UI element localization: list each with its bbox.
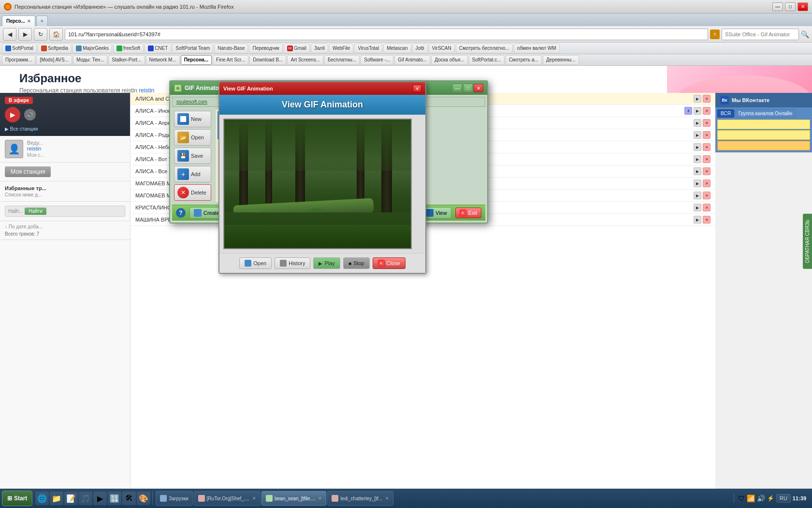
taskbar-bean[interactable]: bean_sean_[tfile.... ✕ bbox=[261, 491, 327, 506]
bookmark-free[interactable]: Бесплатны... bbox=[324, 55, 360, 65]
track-del-10[interactable]: ✕ bbox=[703, 204, 710, 211]
bookmark-naruto[interactable]: Naruto-Base bbox=[214, 44, 248, 53]
bookmark-network[interactable]: Network M... bbox=[146, 55, 180, 65]
bookmark-jotti[interactable]: Jotti bbox=[412, 44, 428, 53]
bookmark-softportal[interactable]: SoftPortal bbox=[2, 44, 37, 53]
vgif-close-btn[interactable]: ✕ Close bbox=[373, 257, 406, 269]
track-del-5[interactable]: ✕ bbox=[703, 143, 710, 151]
bookmark-download[interactable]: Download B... bbox=[249, 55, 286, 65]
track-play-9[interactable]: ▶ bbox=[694, 192, 701, 199]
bookmark-stalker[interactable]: Stalker-Port... bbox=[108, 55, 145, 65]
gif-maximize-btn[interactable]: □ bbox=[463, 84, 473, 92]
bean-close[interactable]: ✕ bbox=[318, 496, 322, 501]
tab-close-button[interactable]: ✕ bbox=[27, 19, 31, 24]
bookmark-software[interactable]: Software -... bbox=[361, 55, 393, 65]
ssuite-link[interactable]: ssuitesoft.com bbox=[176, 99, 207, 105]
bookmark-mody-ten[interactable]: Моды: Тен... bbox=[73, 55, 107, 65]
track-del-8[interactable]: ✕ bbox=[703, 179, 710, 187]
vgif-history-btn[interactable]: History bbox=[275, 257, 310, 269]
track-play-11[interactable]: ▶ bbox=[694, 216, 701, 224]
gif-minimize-btn[interactable]: — bbox=[452, 84, 462, 92]
vk-tab-all[interactable]: ВСЯ bbox=[717, 109, 734, 118]
bookmark-watch-free[interactable]: Смотреть бесплатно... bbox=[456, 44, 513, 53]
vgif-stop-btn[interactable]: ■ Stop bbox=[343, 257, 370, 269]
url-bar[interactable] bbox=[65, 29, 708, 40]
track-play-3[interactable]: ▶ bbox=[694, 119, 701, 127]
track-del-1[interactable]: ✕ bbox=[703, 95, 710, 103]
systray-sound-icon[interactable]: 🔊 bbox=[757, 494, 765, 502]
view-gif-close-btn[interactable]: ✕ bbox=[413, 85, 421, 92]
track-del-9[interactable]: ✕ bbox=[703, 192, 710, 199]
track-play-2[interactable]: ▶ bbox=[694, 107, 701, 115]
vgif-play-btn[interactable]: ▶ Play bbox=[313, 257, 340, 269]
track-del-6[interactable]: ✕ bbox=[703, 155, 710, 163]
bookmark-board[interactable]: Доска объя... bbox=[431, 55, 467, 65]
start-button[interactable]: ⊞ Start bbox=[2, 491, 32, 506]
host-link[interactable]: reistin bbox=[27, 146, 44, 151]
track-play-10[interactable]: ▶ bbox=[694, 204, 701, 211]
track-del-7[interactable]: ✕ bbox=[703, 167, 710, 175]
bookmark-cnet[interactable]: CNET bbox=[145, 44, 171, 53]
back-button[interactable]: ◀ bbox=[3, 28, 16, 41]
bookmark-majorgeeks[interactable]: MajorGeeks bbox=[72, 44, 112, 53]
media-icon[interactable]: 🎵 bbox=[79, 492, 92, 505]
on-air-btn[interactable]: В эфире bbox=[5, 97, 33, 104]
track-play-8[interactable]: ▶ bbox=[694, 179, 701, 187]
bookmark-translator[interactable]: Переводчик bbox=[249, 44, 282, 53]
taskbar-downloads[interactable]: Загрузки bbox=[156, 491, 192, 506]
bookmark-softportalc[interactable]: SoftPortal.c... bbox=[469, 55, 505, 65]
bookmark-metascan[interactable]: Metascan bbox=[383, 44, 411, 53]
track-play-4[interactable]: ▶ bbox=[694, 131, 701, 139]
language-indicator[interactable]: RU bbox=[776, 494, 791, 503]
explorer-icon[interactable]: 📁 bbox=[50, 492, 63, 505]
ie-icon[interactable]: 🌐 bbox=[35, 492, 49, 505]
bookmark-wooden[interactable]: Деревянны... bbox=[543, 55, 579, 65]
open-button[interactable]: 📂 Open bbox=[174, 129, 211, 146]
vk-tab-groups[interactable]: Группа каналов Онлайн bbox=[735, 109, 796, 118]
browser-tab-active[interactable]: Персо... ✕ bbox=[2, 15, 35, 26]
my-station-btn[interactable]: Моя станция bbox=[5, 166, 51, 177]
bookmark-mods-avs[interactable]: [Mods] AVS... bbox=[36, 55, 72, 65]
bookmark-softportalteam[interactable]: SoftPortal Team bbox=[172, 44, 213, 53]
track-del-11[interactable]: ✕ bbox=[703, 216, 710, 224]
track-pause-2[interactable]: ⏸ bbox=[684, 107, 692, 115]
word-icon[interactable]: 📝 bbox=[64, 492, 78, 505]
maximize-button[interactable]: □ bbox=[785, 2, 796, 11]
rutor-close[interactable]: ✕ bbox=[252, 496, 256, 501]
exit-button[interactable]: ✕ Exit bbox=[455, 208, 481, 218]
save-button[interactable]: 💾 Save bbox=[174, 148, 211, 164]
bookmark-exchange[interactable]: обмен валют WM bbox=[514, 44, 560, 53]
bookmark-gmail[interactable]: M Gmail bbox=[284, 44, 310, 53]
player-icon[interactable]: ▶ bbox=[93, 492, 107, 505]
help-button[interactable]: ? bbox=[176, 208, 186, 218]
taskbar-ledi[interactable]: ledi_chatterley_[tf... ✕ bbox=[327, 491, 393, 506]
systray-power-icon[interactable]: ⚡ bbox=[767, 495, 774, 502]
calc-icon[interactable]: 🔢 bbox=[108, 492, 121, 505]
taskbar-rutor[interactable]: [RuTor.Org]Shef_.... ✕ bbox=[194, 491, 261, 506]
tools-icon[interactable]: 🛠 bbox=[122, 492, 136, 505]
find-btn[interactable]: Найти bbox=[25, 208, 46, 215]
search-icon[interactable]: 🔍 bbox=[801, 30, 809, 38]
track-play-6[interactable]: ▶ bbox=[694, 155, 701, 163]
reload-button[interactable]: ↻ bbox=[34, 28, 47, 41]
search-bar[interactable] bbox=[722, 29, 799, 40]
volume-button[interactable]: 🔊 bbox=[24, 109, 36, 120]
ledi-close[interactable]: ✕ bbox=[385, 496, 389, 501]
play-button[interactable]: ▶ bbox=[5, 107, 20, 122]
paint-icon[interactable]: 🎨 bbox=[137, 492, 150, 505]
bookmark-virscan[interactable]: VirSCAN bbox=[429, 44, 455, 53]
forward-button[interactable]: ▶ bbox=[18, 28, 32, 41]
bookmark-gifanimato[interactable]: Gif Animato... bbox=[394, 55, 430, 65]
track-play-5[interactable]: ▶ bbox=[694, 143, 701, 151]
bookmark-zalil[interactable]: Залil bbox=[311, 44, 328, 53]
bookmark-prog[interactable]: Программ... bbox=[2, 55, 35, 65]
browser-tab-new[interactable]: + bbox=[36, 15, 48, 26]
gif-close-btn[interactable]: ✕ bbox=[474, 84, 483, 92]
add-button[interactable]: + Add bbox=[174, 166, 211, 182]
feedback-tab[interactable]: ОБРАТНАЯ СВЯЗЬ bbox=[803, 214, 812, 269]
systray-security-icon[interactable]: 🛡 bbox=[738, 494, 745, 502]
new-button[interactable]: New bbox=[174, 111, 211, 127]
minimize-button[interactable]: — bbox=[772, 2, 783, 11]
bookmark-freesoft[interactable]: freeSoft bbox=[113, 44, 144, 53]
track-play-7[interactable]: ▶ bbox=[694, 167, 701, 175]
